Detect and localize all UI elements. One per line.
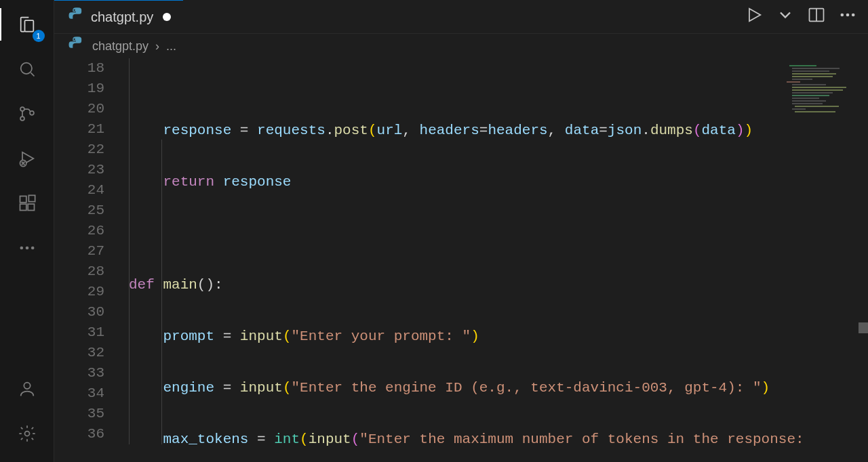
scrollbar[interactable] <box>859 58 868 462</box>
svg-rect-7 <box>28 204 34 210</box>
svg-point-12 <box>24 383 30 389</box>
activity-bar: 1 <box>0 0 54 462</box>
main-area: chatgpt.py chatgpt.py › ... 181920212223… <box>54 0 868 462</box>
search-icon[interactable] <box>11 53 43 85</box>
breadcrumb[interactable]: chatgpt.py › ... <box>54 34 868 58</box>
svg-point-11 <box>31 247 34 250</box>
extensions-icon[interactable] <box>11 187 43 219</box>
code-area[interactable]: response = requests.post(url, headers=he… <box>129 58 868 462</box>
run-dropdown-icon[interactable] <box>776 5 795 28</box>
editor-actions <box>745 5 868 28</box>
chevron-right-icon: › <box>155 39 159 54</box>
settings-icon[interactable] <box>11 417 43 450</box>
split-editor-icon[interactable] <box>807 5 826 28</box>
svg-point-2 <box>20 117 24 121</box>
svg-point-16 <box>841 14 844 17</box>
breadcrumb-ellipsis: ... <box>166 39 176 54</box>
svg-point-9 <box>20 247 23 250</box>
run-icon[interactable] <box>745 5 764 28</box>
explorer-badge: 1 <box>33 30 45 42</box>
tab-bar: chatgpt.py <box>54 0 868 34</box>
svg-rect-5 <box>20 196 26 203</box>
tab-label: chatgpt.py <box>91 9 153 25</box>
gutter: 18192021222324252627282930313233343536 <box>54 58 129 462</box>
svg-rect-6 <box>20 204 26 210</box>
minimap[interactable] <box>784 65 859 133</box>
more-icon[interactable] <box>11 232 43 264</box>
dirty-indicator-icon <box>163 13 171 21</box>
svg-point-3 <box>30 111 34 115</box>
python-file-icon <box>66 35 85 58</box>
svg-point-17 <box>846 14 850 17</box>
svg-point-13 <box>24 432 29 436</box>
more-actions-icon[interactable] <box>838 5 857 28</box>
svg-point-1 <box>20 107 24 111</box>
source-control-icon[interactable] <box>11 98 43 130</box>
svg-point-0 <box>20 63 31 74</box>
svg-point-10 <box>25 247 28 250</box>
python-file-icon <box>66 6 85 28</box>
svg-rect-8 <box>28 195 35 201</box>
svg-point-18 <box>852 14 855 17</box>
explorer-icon[interactable]: 1 <box>11 8 43 41</box>
run-debug-icon[interactable] <box>11 142 43 175</box>
scroll-thumb[interactable] <box>859 322 868 333</box>
editor[interactable]: 18192021222324252627282930313233343536 r… <box>54 58 868 462</box>
tab-chatgpt[interactable]: chatgpt.py <box>54 0 183 33</box>
breadcrumb-file: chatgpt.py <box>92 39 149 54</box>
account-icon[interactable] <box>11 373 43 405</box>
